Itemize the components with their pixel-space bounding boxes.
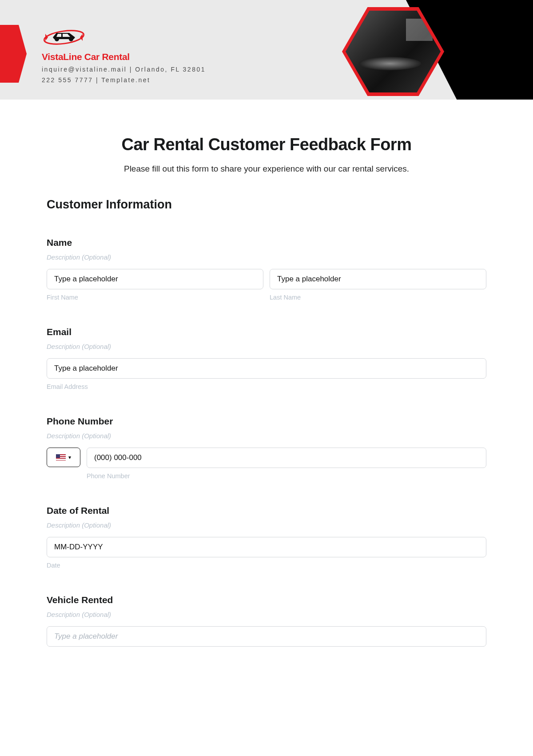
- brand-name: VistaLine Car Rental: [42, 52, 206, 62]
- email-description: Description (Optional): [47, 343, 486, 350]
- name-description: Description (Optional): [47, 253, 486, 261]
- vehicle-label: Vehicle Rented: [47, 595, 486, 605]
- first-name-sublabel: First Name: [47, 294, 263, 301]
- form-title: Car Rental Customer Feedback Form: [47, 135, 486, 154]
- date-input[interactable]: [47, 537, 486, 557]
- date-label: Date of Rental: [47, 505, 486, 516]
- us-flag-icon: [56, 454, 66, 460]
- hexagon-car-image: [346, 11, 441, 92]
- field-phone: Phone Number Description (Optional) ▾ Ph…: [47, 416, 486, 480]
- field-vehicle-rented: Vehicle Rented Description (Optional): [47, 595, 486, 647]
- phone-label: Phone Number: [47, 416, 486, 427]
- date-sublabel: Date: [47, 562, 486, 569]
- field-date-of-rental: Date of Rental Description (Optional) Da…: [47, 505, 486, 569]
- svg-marker-3: [45, 34, 48, 41]
- svg-point-1: [55, 37, 59, 41]
- section-customer-info: Customer Information: [47, 198, 486, 212]
- hexagon-frame: [342, 7, 444, 96]
- hero-hexagon: [342, 7, 444, 96]
- logo-block: VistaLine Car Rental inquire@vistaline.m…: [42, 25, 206, 84]
- red-arrow-decoration: [0, 25, 27, 83]
- form-container: Car Rental Customer Feedback Form Please…: [0, 100, 533, 664]
- last-name-input[interactable]: [270, 269, 486, 289]
- svg-point-2: [69, 37, 73, 41]
- car-logo-icon: [42, 25, 86, 47]
- field-email: Email Description (Optional) Email Addre…: [47, 327, 486, 390]
- vehicle-input[interactable]: [47, 626, 486, 647]
- header-banner: VistaLine Car Rental inquire@vistaline.m…: [0, 0, 533, 100]
- name-label: Name: [47, 237, 486, 248]
- phone-description: Description (Optional): [47, 432, 486, 440]
- email-sublabel: Email Address: [47, 383, 486, 390]
- country-code-select[interactable]: ▾: [47, 448, 80, 467]
- vehicle-description: Description (Optional): [47, 611, 486, 618]
- phone-sublabel: Phone Number: [87, 472, 486, 480]
- first-name-input[interactable]: [47, 269, 263, 289]
- form-subtitle: Please fill out this form to share your …: [47, 164, 486, 174]
- phone-input[interactable]: [87, 448, 486, 468]
- email-input[interactable]: [47, 358, 486, 379]
- contact-line-1: inquire@vistaline.mail | Orlando, FL 328…: [42, 66, 206, 73]
- contact-line-2: 222 555 7777 | Template.net: [42, 76, 206, 84]
- svg-marker-4: [80, 34, 83, 41]
- chevron-down-icon: ▾: [68, 454, 71, 460]
- email-label: Email: [47, 327, 486, 337]
- date-description: Description (Optional): [47, 521, 486, 529]
- last-name-sublabel: Last Name: [270, 294, 486, 301]
- field-name: Name Description (Optional) First Name L…: [47, 237, 486, 301]
